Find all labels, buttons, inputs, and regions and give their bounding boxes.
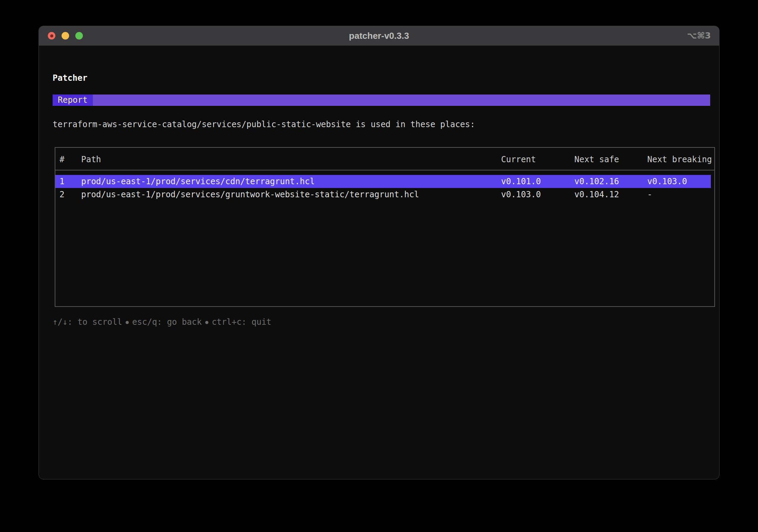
cell-path: prod/us-east-1/prod/services/gruntwork-w… [81,188,501,201]
tab-bar: Report [53,95,710,106]
table-row-2[interactable]: 2 prod/us-east-1/prod/services/gruntwork… [55,188,711,201]
bullet-separator-icon: ● [126,319,129,325]
cell-next-breaking: v0.103.0 [647,175,711,188]
cell-path: prod/us-east-1/prod/services/cdn/terragr… [81,175,501,188]
cell-next-safe: v0.102.16 [574,175,647,188]
cell-index: 1 [55,175,81,188]
help-scroll: ↑/↓: to scroll [53,317,122,327]
usage-description: terraform-aws-service-catalog/services/p… [53,120,719,129]
help-bar: ↑/↓: to scroll●esc/q: go back●ctrl+c: qu… [53,317,719,327]
cell-current: v0.103.0 [501,188,574,201]
help-quit: ctrl+c: quit [212,317,271,327]
bullet-separator-icon: ● [205,319,208,325]
cell-next-safe: v0.104.12 [574,188,647,201]
col-header-next-safe: Next safe [574,155,647,165]
col-header-next-breaking: Next breaking [647,155,714,165]
col-header-path: Path [81,155,501,165]
table-body: 1 prod/us-east-1/prod/services/cdn/terra… [55,170,714,201]
cell-index: 2 [55,188,81,201]
col-header-index: # [55,155,81,165]
tab-report[interactable]: Report [53,95,93,106]
usage-table: # Path Current Next safe Next breaking 1… [55,147,715,307]
window-title: patcher-v0.3.3 [39,26,719,45]
terminal-content: Patcher Report terraform-aws-service-cat… [39,46,719,327]
col-header-current: Current [501,155,574,165]
cell-current: v0.101.0 [501,175,574,188]
desktop-background: patcher-v0.3.3 ⌥⌘3 Patcher Report terraf… [0,0,758,532]
cell-next-breaking: - [647,188,711,201]
window-titlebar[interactable]: patcher-v0.3.3 ⌥⌘3 [39,26,719,46]
app-heading: Patcher [53,72,719,84]
help-go-back: esc/q: go back [132,317,202,327]
table-row-1-selected[interactable]: 1 prod/us-east-1/prod/services/cdn/terra… [55,175,711,188]
table-header-row: # Path Current Next safe Next breaking [55,148,714,170]
terminal-window: patcher-v0.3.3 ⌥⌘3 Patcher Report terraf… [39,26,719,479]
window-shortcut-badge: ⌥⌘3 [687,26,711,45]
